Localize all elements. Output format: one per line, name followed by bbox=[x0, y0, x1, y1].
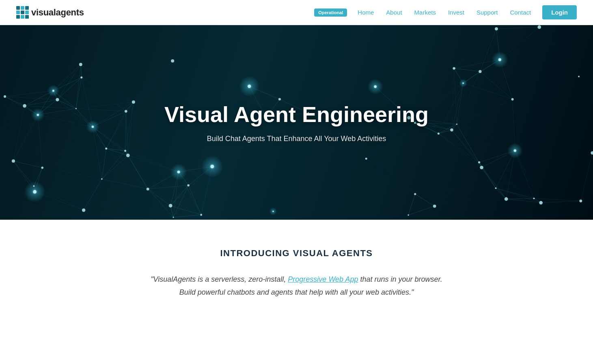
logo-dot bbox=[16, 6, 20, 10]
hero-title: Visual Agent Engineering bbox=[164, 102, 429, 127]
nav-markets[interactable]: Markets bbox=[410, 6, 441, 18]
intro-heading: INTRODUCING VISUAL AGENTS bbox=[147, 248, 447, 259]
logo-dot bbox=[21, 15, 24, 19]
nav-links: Operational Home About Markets Invest Su… bbox=[314, 5, 577, 19]
login-button[interactable]: Login bbox=[542, 5, 577, 19]
logo-dot bbox=[25, 6, 29, 10]
navbar: visualagents Operational Home About Mark… bbox=[0, 0, 593, 25]
nav-contact[interactable]: Contact bbox=[505, 6, 536, 18]
logo-area: visualagents bbox=[16, 6, 84, 19]
hero-content: Visual Agent Engineering Build Chat Agen… bbox=[156, 102, 437, 143]
nav-about[interactable]: About bbox=[381, 6, 407, 18]
nav-support[interactable]: Support bbox=[472, 6, 503, 18]
logo-dot bbox=[25, 11, 29, 14]
nav-home[interactable]: Home bbox=[353, 6, 379, 18]
quote-before: "VisualAgents is a serverless, zero-inst… bbox=[151, 275, 288, 283]
hero-section: Visual Agent Engineering Build Chat Agen… bbox=[0, 25, 593, 220]
logo-dot bbox=[16, 15, 20, 19]
logo-link[interactable]: visualagents bbox=[16, 6, 84, 19]
nav-invest[interactable]: Invest bbox=[443, 6, 469, 18]
logo-dots bbox=[16, 6, 29, 19]
intro-quote: "VisualAgents is a serverless, zero-inst… bbox=[147, 273, 447, 299]
logo-dot bbox=[21, 6, 24, 10]
logo-dot bbox=[25, 15, 29, 19]
status-badge: Operational bbox=[314, 9, 347, 17]
logo-dot bbox=[21, 11, 24, 14]
logo-icon bbox=[16, 6, 30, 19]
logo-dot bbox=[16, 11, 20, 14]
intro-section: INTRODUCING VISUAL AGENTS "VisualAgents … bbox=[130, 220, 463, 323]
pwa-link[interactable]: Progressive Web App bbox=[288, 275, 358, 283]
logo-text: visualagents bbox=[31, 7, 84, 18]
hero-subtitle: Build Chat Agents That Enhance All Your … bbox=[164, 135, 429, 143]
